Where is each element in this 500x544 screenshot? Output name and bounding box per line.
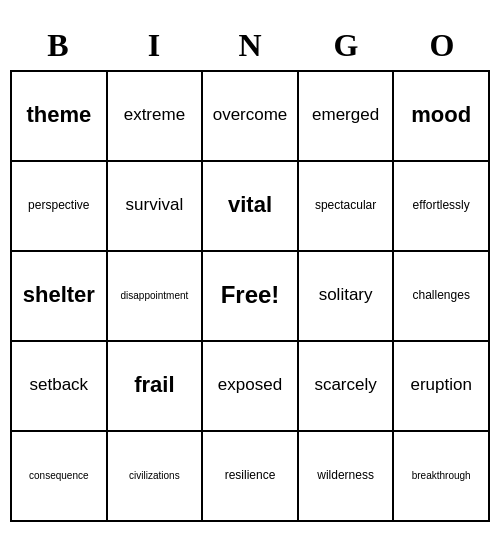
cell-text-r4-c0: consequence (29, 470, 89, 482)
bingo-cell-r2-c0: shelter (12, 252, 108, 342)
bingo-cell-r3-c3: scarcely (299, 342, 395, 432)
bingo-cell-r4-c0: consequence (12, 432, 108, 522)
header-letter-N: N (202, 23, 298, 68)
cell-text-r1-c2: vital (228, 192, 272, 218)
bingo-cell-r4-c4: breakthrough (394, 432, 490, 522)
cell-text-r1-c1: survival (126, 195, 184, 215)
cell-text-r3-c4: eruption (410, 375, 471, 395)
cell-text-r2-c4: challenges (413, 288, 470, 302)
cell-text-r3-c1: frail (134, 372, 174, 398)
bingo-grid: themeextremeovercomeemergedmoodperspecti… (10, 70, 490, 522)
cell-text-r4-c3: wilderness (317, 468, 374, 482)
cell-text-r0-c1: extreme (124, 105, 185, 125)
bingo-cell-r1-c0: perspective (12, 162, 108, 252)
cell-text-r0-c0: theme (26, 102, 91, 128)
bingo-cell-r1-c1: survival (108, 162, 204, 252)
bingo-cell-r2-c2: Free! (203, 252, 299, 342)
bingo-cell-r4-c3: wilderness (299, 432, 395, 522)
bingo-header: BINGO (10, 23, 490, 68)
bingo-cell-r3-c2: exposed (203, 342, 299, 432)
bingo-cell-r1-c2: vital (203, 162, 299, 252)
cell-text-r0-c2: overcome (213, 105, 288, 125)
cell-text-r2-c3: solitary (319, 285, 373, 305)
cell-text-r2-c2: Free! (221, 281, 280, 310)
bingo-cell-r0-c4: mood (394, 72, 490, 162)
bingo-cell-r3-c1: frail (108, 342, 204, 432)
header-letter-O: O (394, 23, 490, 68)
header-letter-G: G (298, 23, 394, 68)
bingo-card: BINGO themeextremeovercomeemergedmoodper… (10, 23, 490, 522)
cell-text-r1-c0: perspective (28, 198, 89, 212)
bingo-cell-r0-c3: emerged (299, 72, 395, 162)
cell-text-r1-c3: spectacular (315, 198, 376, 212)
bingo-cell-r0-c2: overcome (203, 72, 299, 162)
header-letter-I: I (106, 23, 202, 68)
bingo-cell-r3-c4: eruption (394, 342, 490, 432)
cell-text-r4-c2: resilience (225, 468, 276, 482)
cell-text-r2-c1: disappointment (120, 290, 188, 302)
bingo-cell-r4-c2: resilience (203, 432, 299, 522)
bingo-cell-r1-c4: effortlessly (394, 162, 490, 252)
bingo-cell-r4-c1: civilizations (108, 432, 204, 522)
cell-text-r3-c0: setback (30, 375, 89, 395)
bingo-cell-r0-c0: theme (12, 72, 108, 162)
cell-text-r3-c3: scarcely (314, 375, 376, 395)
cell-text-r1-c4: effortlessly (413, 198, 470, 212)
cell-text-r0-c3: emerged (312, 105, 379, 125)
bingo-cell-r0-c1: extreme (108, 72, 204, 162)
bingo-cell-r1-c3: spectacular (299, 162, 395, 252)
cell-text-r4-c4: breakthrough (412, 470, 471, 482)
cell-text-r2-c0: shelter (23, 282, 95, 308)
header-letter-B: B (10, 23, 106, 68)
bingo-cell-r2-c4: challenges (394, 252, 490, 342)
cell-text-r3-c2: exposed (218, 375, 282, 395)
bingo-cell-r2-c1: disappointment (108, 252, 204, 342)
cell-text-r4-c1: civilizations (129, 470, 180, 482)
bingo-cell-r3-c0: setback (12, 342, 108, 432)
cell-text-r0-c4: mood (411, 102, 471, 128)
bingo-cell-r2-c3: solitary (299, 252, 395, 342)
